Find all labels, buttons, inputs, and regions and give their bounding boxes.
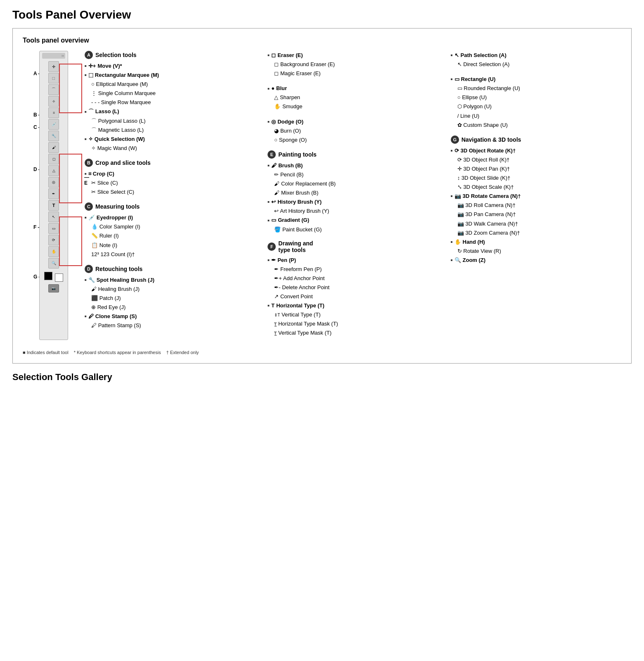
tool-dodge[interactable]: ◎ xyxy=(48,177,59,188)
painting-tools-list: 🖌 Brush (B) ✏ Pencil (B) 🖌 Color Replace… xyxy=(268,161,438,234)
tool-healing: 🖌 Healing Brush (J) xyxy=(85,285,255,294)
tool-zoom[interactable]: 🔍 xyxy=(48,258,59,269)
tool-ellipse: ○ Ellipse (U) xyxy=(451,93,621,102)
tool-custom-shape: ✿ Custom Shape (U) xyxy=(451,121,621,130)
drawing-tools-label: Drawing andtype tools xyxy=(278,240,313,253)
tool-clone-stamp: 🖊 Clone Stamp (S) xyxy=(85,312,255,321)
tool-eyedropper[interactable]: 💉 xyxy=(48,119,59,130)
tool-crop[interactable]: ⌗ xyxy=(48,107,59,118)
retouching-tools-list: 🔧 Spot Healing Brush (J) 🖌 Healing Brush… xyxy=(85,276,255,330)
h-type-icon: T xyxy=(271,301,275,310)
tool-path[interactable]: ↖ xyxy=(48,212,59,222)
crop-tools-list: ⌗ Crop (C) ✂ Slice (C) ✂ Slice Select (C… xyxy=(85,169,255,197)
tool-pen: ✒ Pen (P) xyxy=(268,256,438,265)
measuring-tools-label: Measuring tools xyxy=(95,203,140,210)
tool-freeform-pen: ✒ Freeform Pen (P) xyxy=(268,265,438,274)
dodge-list: ◎ Dodge (O) ◕ Burn (O) ○ Sponge (O) xyxy=(268,117,438,145)
tool-hand: ✋ Hand (H) xyxy=(451,238,621,247)
col-1: A Selection tools ✛+ Move (V)* ⬚ Rectang… xyxy=(85,51,255,343)
painting-tools-label: Painting tools xyxy=(278,151,317,158)
tool-row-dodge: ◎ xyxy=(42,177,65,188)
main-box: Tools panel overview A — B — C — D — F —… xyxy=(12,28,632,364)
tool-row-marquee: ⬚ xyxy=(42,73,65,83)
tool-col-marquee: ⋮ Single Column Marquee xyxy=(85,89,255,98)
tool-magic-wand: ✧ Magic Wand (W) xyxy=(85,144,255,153)
tool-red-eye: ⊕ Red Eye (J) xyxy=(85,303,255,312)
tool-pen[interactable]: ✒ xyxy=(48,188,59,199)
selection-tools-label: Selection tools xyxy=(95,52,137,58)
tool-history-brush: ↩ History Brush (Y) xyxy=(268,197,438,207)
tool-spot-healing[interactable]: 🔧 xyxy=(48,131,59,141)
tool-path-selection: ↖ Path Selection (A) xyxy=(451,51,621,60)
brush-icon: 🖌 xyxy=(271,161,277,170)
tool-convert-point: ↗ Convert Point xyxy=(268,292,438,301)
tool-row-eyedropper: 💉 xyxy=(42,119,65,130)
tool-h-type-mask: T̲ Horizontal Type Mask (T) xyxy=(268,319,438,328)
tool-clone[interactable]: 🖌 xyxy=(48,142,59,153)
footnote: ■ Indicates default tool * Keyboard shor… xyxy=(23,350,621,355)
tool-note: 📋 Note (I) xyxy=(85,241,255,250)
tool-gradient: ▭ Gradient (G) xyxy=(268,216,438,225)
tool-3d-walk-cam: 📷 3D Walk Camera (N)† xyxy=(451,219,621,228)
tool-row-marquee: - - - Single Row Marquee xyxy=(85,98,255,107)
tool-mag-lasso: ⌒ Magnetic Lasso (L) xyxy=(85,126,255,135)
tool-move[interactable]: ✛ xyxy=(48,61,59,72)
camera-icon[interactable]: 📷 xyxy=(48,284,59,292)
tool-count: 12³ 123 Count (I)† xyxy=(85,250,255,259)
tool-line: / Line (U) xyxy=(451,112,621,121)
nav3d-label: Navigation & 3D tools xyxy=(462,136,521,143)
tool-shape[interactable]: ▭ xyxy=(48,223,59,234)
tool-3d-obj-scale: ⤡ 3D Object Scale (K)† xyxy=(451,183,621,192)
tool-zoom: 🔍 Zoom (Z) xyxy=(451,256,621,265)
nav3d-list: ⟳ 3D Object Rotate (K)† ⟳ 3D Object Roll… xyxy=(451,146,621,265)
quick-sel-icon: ✧ xyxy=(88,135,93,144)
tool-rectangle: ▭ Rectangle (U) xyxy=(451,75,621,84)
tool-brush: 🖌 Brush (B) xyxy=(268,161,438,170)
tool-h-type: T Horizontal Type (T) xyxy=(268,301,438,310)
tool-marquee[interactable]: ⬚ xyxy=(48,73,59,83)
tool-mixer-brush: 🖌 Mixer Brush (B) xyxy=(268,188,438,197)
col-3: ↖ Path Selection (A) ↖ Direct Selection … xyxy=(451,51,621,343)
tool-slice: ✂ Slice (C) xyxy=(85,178,255,188)
box-title: Tools panel overview xyxy=(23,37,621,44)
tool-eyedropper: 💉 Eyedropper (I) xyxy=(85,213,255,222)
tool-3d-obj-slide: ↕ 3D Object Slide (K)† xyxy=(451,174,621,183)
tool-lasso[interactable]: ⌒ xyxy=(48,84,59,95)
tool-rounded-rect: ▭ Rounded Rectangle (U) xyxy=(451,84,621,93)
drawing-tools-list: ✒ Pen (P) ✒ Freeform Pen (P) ✒+ Add Anch… xyxy=(268,256,438,338)
tool-row-zoom: 🔍 xyxy=(42,258,65,269)
tool-3d-obj-rotate: ⟳ 3D Object Rotate (K)† xyxy=(451,146,621,155)
tool-type[interactable]: T xyxy=(48,200,59,211)
tool-3d[interactable]: ⟳ xyxy=(48,235,59,245)
tool-magic-wand[interactable]: ✧ xyxy=(48,96,59,107)
tool-color-sampler: 💧 Color Sampler (I) xyxy=(85,222,255,231)
tool-quick-sel: ✧ Quick Selection (W) xyxy=(85,135,255,144)
tool-patch: ⬛ Patch (J) xyxy=(85,294,255,303)
tool-poly-lasso: ⌒ Polygonal Lasso (L) xyxy=(85,117,255,126)
spot-healing-icon: 🔧 xyxy=(88,276,95,285)
background-color[interactable] xyxy=(55,273,63,282)
content-area: A — B — C — D — F — G — ›› ✛ ⬚ ⌒ xyxy=(23,51,621,343)
3d-rot-cam-icon: 📷 xyxy=(455,192,461,201)
foreground-color[interactable] xyxy=(44,272,52,280)
measuring-tools-list: 💉 Eyedropper (I) 💧 Color Sampler (I) 📏 R… xyxy=(85,213,255,259)
tools-panel: A — B — C — D — F — G — ›› ✛ ⬚ ⌒ xyxy=(23,51,72,343)
tool-3d-pan-cam: 📷 3D Pan Camera (N)† xyxy=(451,210,621,219)
tool-ruler: 📏 Ruler (I) xyxy=(85,231,255,240)
section-nav3d-title: G Navigation & 3D tools xyxy=(451,136,621,144)
tool-hand[interactable]: ✋ xyxy=(48,246,59,257)
tool-move-icon: ✛+ xyxy=(88,62,96,71)
tool-row-crop: ⌗ xyxy=(42,107,65,118)
tool-3d-obj-pan: ✛ 3D Object Pan (K)† xyxy=(451,164,621,174)
zoom-icon: 🔍 xyxy=(455,256,461,265)
tool-blur[interactable]: △ xyxy=(48,165,59,176)
eyedropper-icon: 💉 xyxy=(88,213,95,222)
eraser-list: ◻ Eraser (E) ◻ Background Eraser (E) ◻ M… xyxy=(268,51,438,78)
tool-eraser[interactable]: ◻ xyxy=(48,154,59,164)
blur-list: ● Blur △ Sharpen ✋ Smudge xyxy=(268,84,438,111)
section-measuring-title: C Measuring tools xyxy=(85,202,255,211)
retouching-tools-label: Retouching tools xyxy=(95,266,142,272)
tool-3d-zoom-cam: 📷 3D Zoom Camera (N)† xyxy=(451,228,621,238)
badge-e: E xyxy=(268,150,276,159)
history-brush-icon: ↩ xyxy=(271,197,276,207)
